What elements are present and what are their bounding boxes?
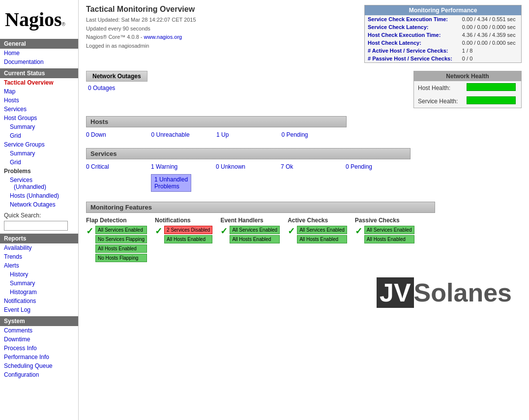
last-updated: Last Updated: Sat Mar 28 14:22:07 CET 20… — [86, 16, 196, 25]
perf-label-0: Service Check Execution Time: — [365, 15, 459, 23]
sidebar-item-alerts-history[interactable]: History — [0, 270, 78, 279]
service-warning-link[interactable]: 1 Warning — [151, 163, 177, 170]
sidebar-item-downtime[interactable]: Downtime — [0, 335, 78, 344]
host-health-bar — [467, 83, 516, 91]
sidebar-item-alerts[interactable]: Alerts — [0, 261, 78, 270]
network-outages-button[interactable]: Network Outages — [86, 71, 147, 82]
sidebar-item-comments[interactable]: Comments — [0, 326, 78, 335]
sidebar-item-scheduling-queue[interactable]: Scheduling Queue — [0, 361, 78, 370]
eh-badge-1: All Hosts Enabled — [230, 235, 280, 243]
sidebar-item-sg-summary[interactable]: Summary — [0, 149, 78, 158]
flap-badge-2: All Hosts Enabled — [95, 244, 147, 253]
notifications-check-icon: ✓ — [155, 226, 162, 237]
sidebar-item-availability[interactable]: Availability — [0, 243, 78, 252]
service-ok-link[interactable]: 7 Ok — [281, 163, 293, 170]
unhandled-badge[interactable]: 1 UnhandledProblems — [151, 174, 191, 192]
sidebar-item-performance-info[interactable]: Performance Info — [0, 353, 78, 361]
notif-badge-1: All Hosts Enabled — [164, 235, 212, 243]
sidebar-item-services[interactable]: Services — [0, 105, 78, 114]
perf-value-3: 0.00 / 0.00 / 0.000 sec — [459, 39, 521, 47]
host-up-cell: 1 Up — [216, 131, 282, 138]
active-checks-title: Active Checks — [288, 217, 347, 224]
service-pending-link[interactable]: 0 Pending — [346, 163, 372, 170]
flap-badge-0: All Services Enabled — [95, 226, 147, 234]
flap-badge-3: No Hosts Flapping — [95, 254, 147, 262]
page-title: Tactical Monitoring Overview — [86, 5, 196, 14]
sidebar-item-alerts-histogram[interactable]: Histogram — [0, 288, 78, 297]
service-critical-cell: 0 Critical — [86, 163, 151, 192]
main-content: Tactical Monitoring Overview Last Update… — [79, 0, 529, 420]
perf-label-2: Host Check Execution Time: — [365, 31, 459, 39]
sidebar-item-host-groups[interactable]: Host Groups — [0, 114, 78, 122]
perf-value-4: 1 / 8 — [459, 47, 521, 55]
perf-label-1: Service Check Latency: — [365, 23, 459, 31]
outage-count[interactable]: 0 Outages — [86, 85, 147, 91]
features-grid: Flap Detection ✓ All Services Enabled No… — [86, 217, 522, 263]
perf-value-5: 0 / 0 — [459, 55, 521, 62]
services-title: Services — [86, 148, 411, 159]
ac-badge-1: All Hosts Enabled — [297, 235, 347, 243]
sidebar-item-configuration[interactable]: Configuration — [0, 370, 78, 379]
nagios-logo: N agios ® — [5, 8, 73, 31]
logo-agios: agios — [19, 8, 62, 31]
sidebar-item-notifications[interactable]: Notifications — [0, 297, 78, 305]
feature-active-checks: Active Checks ✓ All Services Enabled All… — [288, 217, 347, 263]
active-checks-badges: All Services Enabled All Hosts Enabled — [297, 226, 347, 244]
sidebar-item-trends[interactable]: Trends — [0, 252, 78, 261]
feature-passive-checks: Passive Checks ✓ All Services Enabled Al… — [355, 217, 414, 263]
pc-badge-1: All Hosts Enabled — [364, 235, 414, 243]
host-pending-link[interactable]: 0 Pending — [282, 131, 308, 138]
services-section: Services 0 Critical 1 Warning 1 Unhandle… — [86, 148, 522, 194]
perf-row: Service Check Latency: 0.00 / 0.00 / 0.0… — [365, 23, 521, 31]
service-health-label: Service Health: — [414, 94, 463, 108]
sidebar-item-map[interactable]: Map — [0, 87, 78, 96]
sidebar-item-hg-grid[interactable]: Grid — [0, 131, 78, 140]
perf-row: Host Check Latency: 0.00 / 0.00 / 0.000 … — [365, 39, 521, 47]
sidebar-item-hosts[interactable]: Hosts — [0, 96, 78, 105]
hosts-section: Hosts 0 Down 0 Unreachable 1 Up 0 Pendin… — [86, 116, 522, 140]
meta-info: Last Updated: Sat Mar 28 14:22:07 CET 20… — [86, 16, 196, 50]
passive-checks-title: Passive Checks — [355, 217, 414, 224]
passive-checks-badges: All Services Enabled All Hosts Enabled — [364, 226, 414, 244]
sidebar-section-system: System — [0, 316, 78, 326]
sidebar-item-network-outages[interactable]: Network Outages — [0, 200, 78, 209]
event-handlers-title: Event Handlers — [220, 217, 280, 224]
sidebar-item-services-unhandled[interactable]: Services(Unhandled) — [0, 176, 78, 191]
pc-badge-0: All Services Enabled — [364, 226, 414, 234]
version-url[interactable]: www.nagios.org — [144, 34, 182, 40]
sidebar-item-hg-summary[interactable]: Summary — [0, 122, 78, 131]
brand-logo-area: JVSolanes — [86, 278, 522, 307]
network-health-panel: Network Health Host Health: Service Heal… — [413, 71, 522, 108]
host-unreachable-link[interactable]: 0 Unreachable — [151, 131, 190, 138]
brand-logo-jv: JV — [377, 277, 414, 308]
passive-checks-row: ✓ All Services Enabled All Hosts Enabled — [355, 226, 414, 244]
perf-row: # Active Host / Service Checks: 1 / 8 — [365, 47, 521, 55]
sidebar-item-service-groups[interactable]: Service Groups — [0, 140, 78, 149]
host-up-link[interactable]: 1 Up — [216, 131, 229, 138]
eh-badge-0: All Services Enabled — [230, 226, 280, 234]
service-unknown-cell: 0 Unknown — [216, 163, 281, 192]
quick-search-input[interactable] — [4, 221, 68, 231]
sidebar-item-sg-grid[interactable]: Grid — [0, 158, 78, 167]
perf-label-3: Host Check Latency: — [365, 39, 459, 47]
notifications-badges: 2 Services Disabled All Hosts Enabled — [164, 226, 212, 244]
service-health-bar-cell — [463, 94, 521, 108]
sidebar-item-documentation[interactable]: Documentation — [0, 58, 78, 66]
sidebar-item-hosts-unhandled[interactable]: Hosts (Unhandled) — [0, 191, 78, 200]
sidebar-section-reports: Reports — [0, 234, 78, 243]
sidebar-item-process-info[interactable]: Process Info — [0, 344, 78, 353]
flap-detection-title: Flap Detection — [86, 217, 147, 224]
sidebar-item-event-log[interactable]: Event Log — [0, 305, 78, 314]
service-critical-link[interactable]: 0 Critical — [86, 163, 109, 170]
host-health-bar-cell — [463, 81, 521, 94]
host-down-link[interactable]: 0 Down — [86, 131, 106, 138]
sidebar-item-home[interactable]: Home — [0, 49, 78, 58]
event-handlers-badges: All Services Enabled All Hosts Enabled — [230, 226, 280, 244]
feature-flap-detection: Flap Detection ✓ All Services Enabled No… — [86, 217, 147, 263]
sidebar-item-tactical-overview[interactable]: Tactical Overview — [0, 78, 78, 87]
service-unknown-link[interactable]: 0 Unknown — [216, 163, 245, 170]
monitoring-performance-title: Monitoring Performance — [365, 5, 521, 15]
host-health-label: Host Health: — [414, 81, 463, 94]
sidebar-item-alerts-summary[interactable]: Summary — [0, 279, 78, 288]
network-health-title: Network Health — [414, 71, 521, 81]
